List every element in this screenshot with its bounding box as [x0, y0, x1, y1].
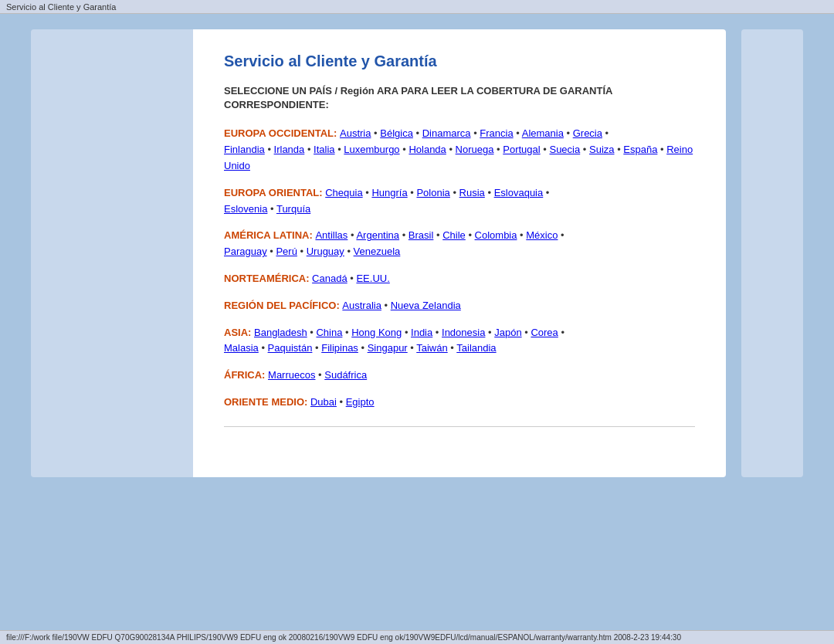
regions-container: EUROPA OCCIDENTAL: Austria • Bélgica • D… — [224, 126, 695, 410]
region-link[interactable]: Alemania — [522, 127, 564, 139]
region-link[interactable]: Luxemburgo — [344, 144, 399, 155]
region-link[interactable]: Bangladesh — [254, 327, 307, 338]
region-link[interactable]: Suiza — [589, 144, 615, 155]
region-link[interactable]: Sudáfrica — [324, 369, 367, 381]
region-link[interactable]: Portugal — [503, 144, 540, 155]
region-block: EUROPA ORIENTAL: Chequia • Hungría • Pol… — [224, 185, 695, 218]
region-link[interactable]: Argentina — [356, 229, 399, 241]
region-link[interactable]: Nueva Zelandia — [391, 300, 461, 311]
region-link[interactable]: Eslovenia — [224, 203, 267, 215]
region-link[interactable]: Austria — [340, 127, 371, 139]
region-label: EUROPA OCCIDENTAL: — [224, 127, 340, 139]
region-block: ASIA: Bangladesh • China • Hong Kong • I… — [224, 325, 695, 358]
title-bar-text: Servicio al Cliente y Garantía — [6, 2, 116, 12]
region-link[interactable]: Uruguay — [307, 246, 344, 257]
region-link[interactable]: Chile — [442, 229, 466, 241]
region-block: ORIENTE MEDIO: Dubai • Egipto — [224, 395, 695, 411]
status-bar-text: file:///F:/work file/190VW EDFU Q70G9002… — [6, 633, 681, 642]
region-link[interactable]: Chequia — [325, 187, 362, 198]
region-link[interactable]: Filipinas — [321, 342, 358, 354]
region-label: AMÉRICA LATINA: — [224, 229, 315, 241]
region-link[interactable]: Canadá — [312, 273, 348, 284]
region-label: REGIÓN DEL PACÍFICO: — [224, 300, 342, 311]
region-link[interactable]: Hong Kong — [351, 327, 402, 338]
region-link[interactable]: Colombia — [475, 229, 517, 241]
content-panel: Servicio al Cliente y Garantía SELECCION… — [193, 29, 726, 477]
region-link[interactable]: México — [526, 229, 558, 241]
browser-outer: Servicio al Cliente y Garantía SELECCION… — [0, 14, 834, 630]
region-link[interactable]: Hungría — [371, 187, 407, 198]
region-link[interactable]: Marruecos — [268, 369, 315, 381]
status-bar: file:///F:/work file/190VW EDFU Q70G9002… — [0, 630, 834, 644]
region-link[interactable]: Taiwán — [416, 342, 447, 354]
region-link[interactable]: Egipto — [346, 396, 375, 408]
region-link[interactable]: Grecia — [573, 127, 602, 139]
region-block: REGIÓN DEL PACÍFICO: Australia • Nueva Z… — [224, 298, 695, 314]
region-link[interactable]: Corea — [531, 327, 558, 338]
region-link[interactable]: Irlanda — [274, 144, 305, 155]
region-link[interactable]: Finlandia — [224, 144, 265, 155]
region-link[interactable]: Tailandia — [456, 342, 496, 354]
region-link[interactable]: Bélgica — [380, 127, 413, 139]
page-title: Servicio al Cliente y Garantía — [224, 53, 695, 70]
region-label: ASIA: — [224, 327, 254, 338]
region-label: ORIENTE MEDIO: — [224, 396, 310, 408]
region-link[interactable]: Francia — [480, 127, 513, 139]
region-link[interactable]: Paquistán — [268, 342, 313, 354]
region-link[interactable]: Turquía — [276, 203, 310, 215]
region-link[interactable]: Dinamarca — [422, 127, 471, 139]
region-link[interactable]: India — [411, 327, 432, 338]
region-block: ÁFRICA: Marruecos • Sudáfrica — [224, 368, 695, 384]
region-label: EUROPA ORIENTAL: — [224, 187, 325, 198]
region-link[interactable]: Indonesia — [442, 327, 485, 338]
region-block: AMÉRICA LATINA: Antillas • Argentina • B… — [224, 228, 695, 260]
region-block: NORTEAMÉRICA: Canadá • EE.UU. — [224, 271, 695, 287]
region-label: ÁFRICA: — [224, 369, 268, 381]
region-block: EUROPA OCCIDENTAL: Austria • Bélgica • D… — [224, 126, 695, 174]
region-link[interactable]: Venezuela — [354, 246, 401, 257]
region-link[interactable]: Malasia — [224, 342, 259, 354]
region-link[interactable]: Italia — [314, 144, 334, 155]
region-link[interactable]: Dubai — [310, 396, 337, 408]
region-link[interactable]: China — [316, 327, 342, 338]
right-panel — [741, 29, 803, 477]
region-link[interactable]: Brasil — [409, 229, 434, 241]
title-bar: Servicio al Cliente y Garantía — [0, 0, 834, 14]
region-link[interactable]: Noruega — [456, 144, 494, 155]
region-link[interactable]: Holanda — [409, 144, 446, 155]
region-link[interactable]: Japón — [494, 327, 521, 338]
region-link[interactable]: Rusia — [459, 187, 485, 198]
region-link[interactable]: EE.UU. — [356, 273, 389, 284]
region-link[interactable]: Eslovaquia — [494, 187, 544, 198]
region-label: NORTEAMÉRICA: — [224, 273, 312, 284]
region-link[interactable]: Australia — [342, 300, 381, 311]
page-subtitle: SELECCIONE UN PAÍS / Región ARA PARA LEE… — [224, 84, 695, 112]
divider — [224, 426, 695, 427]
region-link[interactable]: Suecia — [549, 144, 580, 155]
region-link[interactable]: Singapur — [368, 342, 408, 354]
left-panel — [31, 29, 193, 477]
region-link[interactable]: España — [623, 144, 657, 155]
region-link[interactable]: Antillas — [315, 229, 348, 241]
region-link[interactable]: Perú — [276, 246, 297, 257]
region-link[interactable]: Paraguay — [224, 246, 267, 257]
region-link[interactable]: Polonia — [416, 187, 449, 198]
